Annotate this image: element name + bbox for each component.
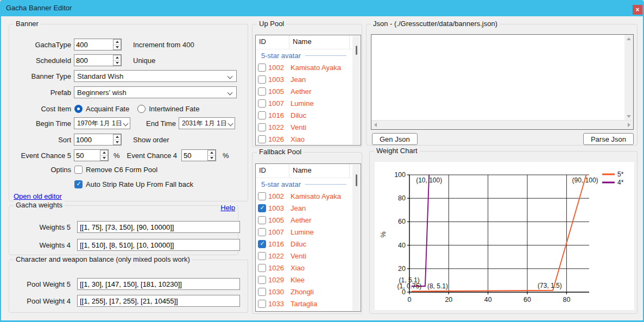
row-checkbox[interactable]	[258, 111, 266, 119]
spinner-buttons	[207, 150, 216, 161]
scroll-down-icon[interactable]	[627, 115, 631, 118]
auto-strip-checkbox[interactable]	[74, 180, 83, 188]
event-chance-5-spinner[interactable]	[74, 149, 109, 161]
pool-row[interactable]: 1035Qiqi	[256, 310, 361, 312]
event-chance-4-input[interactable]	[182, 150, 207, 161]
svg-text:(1, 0.75): (1, 0.75)	[397, 282, 422, 290]
pool-row[interactable]: 1002Kamisato Ayaka	[256, 190, 361, 202]
pool-row[interactable]: 1033Tartaglia	[256, 298, 361, 310]
help-link[interactable]: Help	[219, 204, 236, 212]
column-header-name[interactable]: Name	[289, 35, 350, 49]
arrow-down-icon	[116, 46, 119, 48]
pool-row[interactable]: 1003Jean	[256, 202, 361, 214]
scheduleid-input[interactable]	[74, 55, 113, 66]
column-header-name[interactable]: Name	[289, 164, 350, 178]
row-checkbox[interactable]	[258, 64, 266, 72]
scrollbar-thumb[interactable]	[356, 46, 357, 55]
row-id: 1003	[268, 75, 291, 84]
row-id: 1016	[268, 111, 291, 119]
remove-c6-checkbox[interactable]	[74, 166, 83, 174]
row-checkbox[interactable]	[258, 288, 266, 296]
scroll-left-icon[interactable]	[374, 123, 377, 127]
weights-5-input[interactable]	[77, 221, 240, 233]
pool-row[interactable]: 1002Kamisato Ayaka	[256, 61, 361, 73]
row-name: Jean	[291, 204, 306, 212]
row-checkbox[interactable]	[258, 264, 266, 272]
row-checkbox[interactable]	[258, 123, 266, 131]
spin-up-button[interactable]	[113, 40, 121, 45]
row-checkbox[interactable]	[258, 204, 266, 212]
gachatype-spinner[interactable]	[74, 39, 122, 50]
spin-up-button[interactable]	[100, 150, 108, 156]
arrow-down-icon	[210, 157, 213, 159]
row-checkbox[interactable]	[258, 87, 266, 96]
pool-row[interactable]: 1029Klee	[256, 274, 361, 286]
row-checkbox[interactable]	[258, 228, 266, 236]
begin-time-select[interactable]: 1970年 1月 1日	[74, 117, 130, 129]
spin-up-button[interactable]	[208, 150, 215, 156]
prefab-select[interactable]: Beginners' wish	[74, 86, 237, 98]
scrollbar-thumb[interactable]	[356, 174, 357, 186]
json-textarea[interactable]	[371, 35, 624, 121]
sort-input[interactable]	[74, 134, 113, 145]
pool-row[interactable]: 1003Jean	[256, 73, 361, 85]
row-checkbox[interactable]	[258, 135, 266, 143]
scheduleid-spinner[interactable]	[74, 54, 122, 66]
close-button[interactable]: ×	[633, 5, 642, 15]
row-checkbox[interactable]	[258, 75, 266, 84]
vertical-scrollbar[interactable]	[352, 165, 360, 311]
event-chance-4-spinner[interactable]	[181, 149, 216, 161]
spin-up-button[interactable]	[113, 135, 121, 140]
row-checkbox[interactable]	[258, 192, 266, 200]
scheduleid-row: ScheduleId Unique	[15, 54, 155, 66]
pool-row[interactable]: 1030Zhongli	[256, 286, 361, 298]
open-old-editor-link[interactable]: Open old editor	[14, 192, 62, 200]
radio-intertwined-fate[interactable]	[137, 105, 146, 113]
pool-row[interactable]: 1007Lumine	[256, 226, 361, 238]
pool-row[interactable]: 1007Lumine	[256, 97, 361, 109]
weights-4-input[interactable]	[77, 239, 240, 251]
pool-row[interactable]: 1016Diluc	[256, 238, 361, 250]
spin-down-button[interactable]	[113, 61, 121, 66]
scroll-right-icon[interactable]	[628, 123, 630, 127]
vertical-scrollbar[interactable]	[352, 36, 360, 144]
spin-down-button[interactable]	[113, 45, 121, 50]
row-checkbox[interactable]	[258, 300, 266, 308]
pool-row[interactable]: 1022Venti	[256, 250, 361, 262]
event-chance-5-input[interactable]	[74, 150, 100, 161]
json-vertical-scrollbar[interactable]	[624, 35, 633, 121]
gachatype-input[interactable]	[74, 39, 113, 50]
pool-row[interactable]: 1026Xiao	[256, 262, 361, 274]
column-header-id[interactable]: ID	[256, 164, 289, 178]
column-header-id[interactable]: ID	[256, 35, 289, 49]
end-time-select[interactable]: 2031年 1月 1日	[179, 117, 235, 129]
row-checkbox[interactable]	[258, 276, 266, 284]
row-checkbox[interactable]	[258, 240, 266, 248]
category-row: 5-star avatar	[256, 49, 361, 61]
pool-row[interactable]: 1026Xiao	[256, 133, 361, 145]
row-checkbox[interactable]	[258, 312, 266, 312]
pool-row[interactable]: 1005Aether	[256, 85, 361, 97]
pool-row[interactable]: 1022Venti	[256, 121, 361, 133]
banner-type-select[interactable]: Standard Wish	[74, 70, 237, 82]
row-id: 1033	[268, 300, 291, 308]
sort-spinner[interactable]	[74, 134, 122, 146]
json-horizontal-scrollbar[interactable]	[371, 120, 633, 129]
row-checkbox[interactable]	[258, 216, 266, 224]
pool-row[interactable]: 1005Aether	[256, 214, 361, 226]
svg-text:5*: 5*	[617, 171, 624, 178]
spin-down-button[interactable]	[100, 156, 108, 161]
row-checkbox[interactable]	[258, 252, 266, 260]
row-checkbox[interactable]	[258, 99, 266, 108]
radio-acquaint-fate[interactable]	[74, 105, 83, 113]
pool-row[interactable]: 1016Diluc	[256, 109, 361, 121]
pool-weight-5-input[interactable]	[77, 278, 240, 290]
spin-down-button[interactable]	[208, 156, 215, 161]
scroll-up-icon[interactable]	[627, 37, 631, 40]
spin-up-button[interactable]	[113, 55, 121, 61]
row-id: 1022	[268, 123, 291, 131]
pool-weight-4-input[interactable]	[77, 295, 240, 307]
spin-down-button[interactable]	[113, 140, 121, 145]
parse-json-button[interactable]: Parse Json	[583, 133, 634, 145]
gen-json-button[interactable]: Gen Json	[372, 133, 418, 145]
